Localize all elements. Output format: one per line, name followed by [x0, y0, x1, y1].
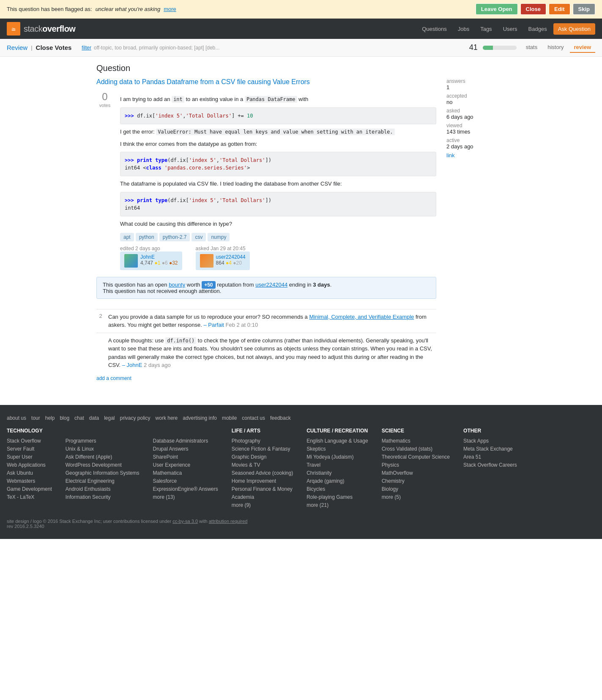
- footer-work[interactable]: work here: [156, 415, 178, 421]
- footer-mathematica[interactable]: Mathematica: [153, 470, 182, 476]
- footer-stackoverflow[interactable]: Stack Overflow: [7, 438, 41, 444]
- footer-data[interactable]: data: [89, 415, 99, 421]
- nav-jobs[interactable]: Jobs: [453, 23, 474, 35]
- footer-ee[interactable]: Electrical Engineering: [66, 478, 115, 484]
- footer-meta[interactable]: Meta Stack Exchange: [463, 446, 513, 452]
- footer-gis[interactable]: Geographic Information Systems: [66, 470, 140, 476]
- footer-math[interactable]: Mathematics: [382, 438, 410, 444]
- tag-apt[interactable]: apt: [120, 233, 134, 241]
- footer-judaism[interactable]: Mi Yodeya (Judaism): [306, 454, 353, 460]
- footer-academia[interactable]: Academia: [232, 494, 254, 500]
- footer-more-culture[interactable]: more (21): [306, 502, 328, 508]
- meta-link[interactable]: link: [446, 152, 455, 159]
- footer-bicycles[interactable]: Bicycles: [306, 486, 325, 492]
- footer-drupal[interactable]: Drupal Answers: [153, 446, 188, 452]
- footer-christianity[interactable]: Christianity: [306, 470, 331, 476]
- asker-username-link[interactable]: user2242044: [216, 254, 246, 260]
- footer-tex[interactable]: TeX - LaTeX: [7, 494, 34, 500]
- footer-ux[interactable]: User Experience: [153, 462, 190, 468]
- footer-help[interactable]: help: [45, 415, 55, 421]
- footer-rpg[interactable]: Role-playing Games: [306, 494, 353, 500]
- tag-csv[interactable]: csv: [192, 233, 206, 241]
- footer-homeimprove[interactable]: Home Improvement: [232, 478, 276, 484]
- footer-gamedev[interactable]: Game Development: [7, 486, 52, 492]
- tab-stats[interactable]: stats: [522, 42, 542, 53]
- footer-chemistry[interactable]: Chemistry: [382, 478, 405, 484]
- footer-tcs[interactable]: Theoretical Computer Science: [382, 454, 450, 460]
- footer-about[interactable]: about us: [7, 415, 26, 421]
- footer-superuser[interactable]: Super User: [7, 454, 33, 460]
- footer-mathoverflow[interactable]: MathOverflow: [382, 470, 413, 476]
- footer-gaming[interactable]: Arqade (gaming): [306, 478, 344, 484]
- footer-personalfinance[interactable]: Personal Finance & Money: [232, 486, 293, 492]
- footer-rev: rev 2016.2.5.3240: [7, 524, 44, 529]
- bounty-user-link[interactable]: user2242044: [255, 282, 287, 288]
- footer-graphicdesign[interactable]: Graphic Design: [232, 454, 267, 460]
- editor-username-link[interactable]: JohnE: [140, 254, 155, 260]
- footer-careers[interactable]: Stack Overflow Careers: [463, 462, 517, 468]
- footer-salesforce[interactable]: Salesforce: [153, 478, 177, 484]
- tab-review[interactable]: review: [570, 42, 595, 53]
- close-button[interactable]: Close: [520, 3, 546, 15]
- footer-askubuntu[interactable]: Ask Ubuntu: [7, 470, 33, 476]
- footer-chat[interactable]: chat: [74, 415, 84, 421]
- edit-button[interactable]: Edit: [549, 3, 570, 15]
- footer-mobile[interactable]: mobile: [222, 415, 237, 421]
- footer-more-tech[interactable]: more (13): [153, 494, 175, 500]
- footer-crossvalidated[interactable]: Cross Validated (stats): [382, 446, 433, 452]
- footer-infosec[interactable]: Information Security: [66, 494, 111, 500]
- flag-more-link[interactable]: more: [164, 6, 176, 12]
- footer-attr-link[interactable]: attribution required: [209, 519, 248, 524]
- footer-biology[interactable]: Biology: [382, 486, 398, 492]
- footer-advertising[interactable]: advertising info: [183, 415, 217, 421]
- add-comment-link[interactable]: add a comment: [96, 375, 131, 381]
- footer-more-science[interactable]: more (5): [382, 494, 401, 500]
- footer-skeptics[interactable]: Skeptics: [306, 446, 326, 452]
- footer-more-arts[interactable]: more (9): [232, 502, 251, 508]
- footer-tour[interactable]: tour: [31, 415, 40, 421]
- filter-link[interactable]: filter: [82, 45, 91, 51]
- question-title-link[interactable]: Adding data to Pandas Dataframe from a C…: [96, 78, 310, 85]
- footer-dba[interactable]: Database Administrators: [153, 438, 208, 444]
- mcve-link[interactable]: Minimal, Complete, and Verifiable Exampl…: [309, 314, 414, 320]
- footer-expressionengine[interactable]: ExpressionEngine® Answers: [153, 486, 218, 492]
- footer-programmers[interactable]: Programmers: [66, 438, 96, 444]
- bounty-link[interactable]: bounty: [169, 282, 185, 288]
- footer-wordpress[interactable]: WordPress Development: [66, 462, 122, 468]
- tag-numpy[interactable]: numpy: [208, 233, 230, 241]
- footer-english[interactable]: English Language & Usage: [306, 438, 368, 444]
- question-main: Adding data to Pandas Dataframe from a C…: [96, 78, 436, 381]
- footer-privacy[interactable]: privacy policy: [120, 415, 150, 421]
- footer-feedback[interactable]: feedback: [270, 415, 291, 421]
- nav-tags[interactable]: Tags: [476, 23, 496, 35]
- footer-webapps[interactable]: Web Applications: [7, 462, 46, 468]
- footer-android[interactable]: Android Enthusiasts: [66, 486, 111, 492]
- footer-area51[interactable]: Area 51: [463, 454, 481, 460]
- skip-button[interactable]: Skip: [573, 3, 595, 15]
- footer-webmasters[interactable]: Webmasters: [7, 478, 35, 484]
- tab-history[interactable]: history: [543, 42, 568, 53]
- footer-sharepoint[interactable]: SharePoint: [153, 454, 178, 460]
- leave-open-button[interactable]: Leave Open: [476, 3, 518, 15]
- footer-physics[interactable]: Physics: [382, 462, 399, 468]
- footer-contact[interactable]: contact us: [242, 415, 265, 421]
- footer-cc-link[interactable]: cc-by-sa 3.0: [172, 519, 198, 524]
- nav-ask-question[interactable]: Ask Question: [553, 23, 595, 35]
- footer-photography[interactable]: Photography: [232, 438, 260, 444]
- footer-blog[interactable]: blog: [60, 415, 69, 421]
- footer-stackapps[interactable]: Stack Apps: [463, 438, 489, 444]
- footer-serverfault[interactable]: Server Fault: [7, 446, 34, 452]
- footer-legal[interactable]: legal: [104, 415, 115, 421]
- tag-python27[interactable]: python-2.7: [159, 233, 190, 241]
- tag-python[interactable]: python: [136, 233, 158, 241]
- review-breadcrumb-link[interactable]: Review: [7, 44, 27, 51]
- footer-unix[interactable]: Unix & Linux: [66, 446, 94, 452]
- footer-askdifferent[interactable]: Ask Different (Apple): [66, 454, 112, 460]
- footer-cooking[interactable]: Seasoned Advice (cooking): [232, 470, 293, 476]
- footer-scifi[interactable]: Science Fiction & Fantasy: [232, 446, 290, 452]
- footer-travel[interactable]: Travel: [306, 462, 320, 468]
- nav-questions[interactable]: Questions: [417, 23, 452, 35]
- footer-movies[interactable]: Movies & TV: [232, 462, 260, 468]
- nav-badges[interactable]: Badges: [524, 23, 552, 35]
- nav-users[interactable]: Users: [498, 23, 522, 35]
